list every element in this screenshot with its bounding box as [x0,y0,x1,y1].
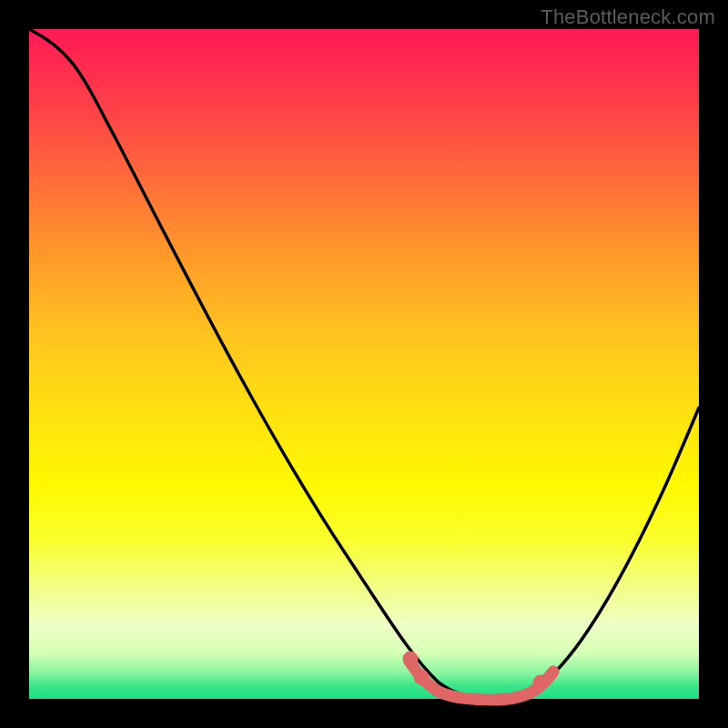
trough-dot-right [533,675,549,691]
bottleneck-curve-path [29,29,699,699]
trough-highlight-path [410,662,553,700]
trough-dot-left-upper [403,652,419,667]
watermark-text: TheBottleneck.com [541,5,715,29]
curve-layer [29,29,699,699]
chart-frame: TheBottleneck.com [0,0,728,728]
trough-dot-left-lower [414,670,430,685]
plot-area [29,29,699,699]
